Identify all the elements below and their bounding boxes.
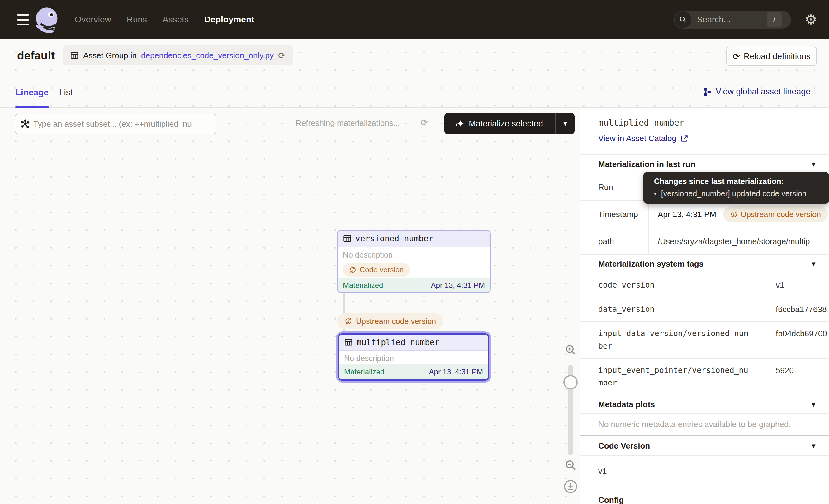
- timestamp-value[interactable]: Apr 13, 4:31 PM: [658, 210, 716, 219]
- asset-node-description: No description: [339, 351, 488, 363]
- system-tag-key: input_data_version/versioned_number: [580, 322, 766, 358]
- view-in-asset-catalog-link[interactable]: View in Asset Catalog: [598, 134, 817, 143]
- asset-node-header: versioned_number: [338, 230, 490, 247]
- page-title: default: [17, 49, 55, 62]
- section-label: Materialization system tags: [598, 259, 704, 269]
- zoom-in-button[interactable]: [564, 344, 577, 356]
- section-metadata-plots[interactable]: Metadata plots ▾: [580, 395, 829, 414]
- search-shortcut-key: /: [767, 12, 782, 27]
- upstream-code-version-badge: Upstream code version: [723, 206, 828, 222]
- tab-list[interactable]: List: [59, 87, 73, 98]
- hamburger-menu-icon[interactable]: [17, 14, 29, 25]
- metadata-empty-state: No numeric metadata entries available to…: [580, 414, 829, 435]
- download-view-button[interactable]: [563, 479, 578, 494]
- refresh-icon: ⟳: [732, 51, 740, 62]
- path-value-link[interactable]: /Users/sryza/dagster_home/storage/multip: [658, 237, 810, 246]
- asset-graph-icon: [20, 119, 30, 129]
- lineage-canvas[interactable]: Refreshing materializations... ⟳ ✦✦ Mate…: [0, 108, 580, 504]
- reload-definitions-button[interactable]: ⟳ Reload definitions: [726, 47, 817, 66]
- lineage-graph-icon: [702, 87, 712, 97]
- changes-tooltip: Changes since last materialization: • [v…: [643, 172, 829, 204]
- asset-subset-input-wrap: [15, 114, 216, 134]
- asset-group-prefix: Asset Group in: [83, 51, 137, 61]
- materialize-dropdown-caret[interactable]: ▾: [556, 120, 575, 128]
- zoom-out-button[interactable]: [564, 459, 577, 471]
- table-icon: [344, 338, 353, 347]
- materialize-selected-label: Materialize selected: [469, 119, 543, 129]
- external-link-icon: [680, 134, 689, 143]
- path-label: path: [580, 228, 649, 254]
- code-version-badge: Code version: [343, 262, 410, 277]
- code-version-icon: [730, 211, 738, 218]
- asset-node-title: multiplied_number: [357, 338, 439, 347]
- tooltip-title: Changes since last materialization:: [654, 177, 823, 186]
- nav-tab-overview[interactable]: Overview: [75, 15, 111, 25]
- code-version-badge-label: Code version: [360, 265, 404, 274]
- nav-tab-assets[interactable]: Assets: [163, 15, 189, 25]
- path-row: path /Users/sryza/dagster_home/storage/m…: [580, 228, 829, 255]
- section-config[interactable]: Config: [580, 489, 829, 504]
- search-icon: [675, 11, 691, 28]
- code-version-icon: [349, 266, 357, 274]
- tab-lineage[interactable]: Lineage: [15, 87, 48, 98]
- asset-detail-panel: multiplied_number View in Asset Catalog …: [580, 108, 829, 504]
- reload-definitions-label: Reload definitions: [744, 52, 810, 61]
- upstream-code-version-label: Upstream code version: [741, 210, 821, 219]
- timestamp-row: Timestamp Apr 13, 4:31 PM Upstream code …: [580, 201, 829, 228]
- materialize-selected-main[interactable]: ✦✦ Materialize selected: [444, 119, 555, 129]
- system-tag-value: 5920: [766, 359, 829, 395]
- section-materialization-system-tags[interactable]: Materialization system tags ▾: [580, 255, 829, 273]
- view-global-asset-lineage-link[interactable]: View global asset lineage: [702, 87, 810, 97]
- nav-tab-runs[interactable]: Runs: [127, 15, 147, 25]
- timestamp-label: Timestamp: [580, 201, 649, 228]
- tab-band: Lineage List View global asset lineage: [0, 79, 829, 108]
- bullet-icon: •: [654, 189, 657, 198]
- materialized-timestamp: Apr 13, 4:31 PM: [429, 367, 483, 376]
- asset-group-file-link[interactable]: dependencies_code_version_only.py: [141, 51, 274, 61]
- gear-icon[interactable]: ⚙: [805, 12, 817, 27]
- asset-node-description: No description: [338, 247, 490, 259]
- upstream-code-version-label: Upstream code version: [356, 317, 436, 326]
- active-tab-underline: [15, 106, 49, 108]
- section-code-version[interactable]: Code Version ▾: [580, 436, 829, 456]
- materialize-selected-button[interactable]: ✦✦ Materialize selected ▾: [444, 113, 575, 134]
- code-version-value: v1: [580, 456, 829, 489]
- search-input[interactable]: [691, 15, 767, 25]
- asset-subset-input[interactable]: [33, 119, 216, 129]
- section-label: Code Version: [598, 441, 650, 451]
- system-tag-value: fb04dcb69700: [766, 322, 829, 358]
- asset-node-multiplied-number[interactable]: multiplied_number No description Materia…: [338, 333, 489, 381]
- sparkle-icon: ✦✦: [457, 119, 464, 128]
- asset-node-versioned-number[interactable]: versioned_number No description Code ver…: [337, 229, 491, 293]
- system-tag-value: v1: [766, 273, 829, 297]
- run-label: Run: [580, 174, 649, 200]
- asset-node-footer: Materialized Apr 13, 4:31 PM: [338, 278, 490, 292]
- zoom-slider-handle[interactable]: [563, 375, 578, 389]
- section-label: Materialization in last run: [598, 159, 695, 169]
- chevron-down-icon: ▾: [812, 260, 815, 268]
- section-materialization-last-run[interactable]: Materialization in last run ▾: [580, 155, 829, 174]
- asset-node-footer: Materialized Apr 13, 4:31 PM: [339, 364, 488, 380]
- materialized-status: Materialized: [344, 367, 384, 376]
- refresh-icon[interactable]: ⟳: [421, 117, 428, 128]
- system-tag-value: f6ccba177638: [766, 297, 829, 321]
- asset-node-header: multiplied_number: [339, 334, 488, 351]
- code-version-icon: [345, 317, 352, 325]
- materialized-status: Materialized: [343, 281, 383, 290]
- system-tag-key: data_version: [580, 297, 766, 321]
- chevron-down-icon: ▾: [812, 442, 815, 450]
- nav-tab-deployment[interactable]: Deployment: [204, 15, 254, 25]
- dagster-logo[interactable]: [33, 6, 61, 34]
- asset-group-breadcrumb: Asset Group in dependencies_code_version…: [63, 45, 293, 65]
- table-icon: [70, 51, 79, 60]
- asset-node-title: versioned_number: [355, 234, 433, 243]
- global-search[interactable]: /: [674, 10, 791, 29]
- refresh-icon[interactable]: ⟳: [278, 50, 285, 61]
- dagster-app: default Asset Group in dependencies_code…: [0, 0, 829, 504]
- panel-title-block: multiplied_number View in Asset Catalog: [580, 108, 829, 155]
- materialized-timestamp: Apr 13, 4:31 PM: [431, 281, 485, 290]
- system-tag-key: input_event_pointer/versioned_number: [580, 359, 766, 395]
- view-global-asset-lineage-label: View global asset lineage: [716, 87, 810, 97]
- refreshing-status: Refreshing materializations...: [295, 118, 400, 128]
- system-tag-key: code_version: [580, 273, 766, 297]
